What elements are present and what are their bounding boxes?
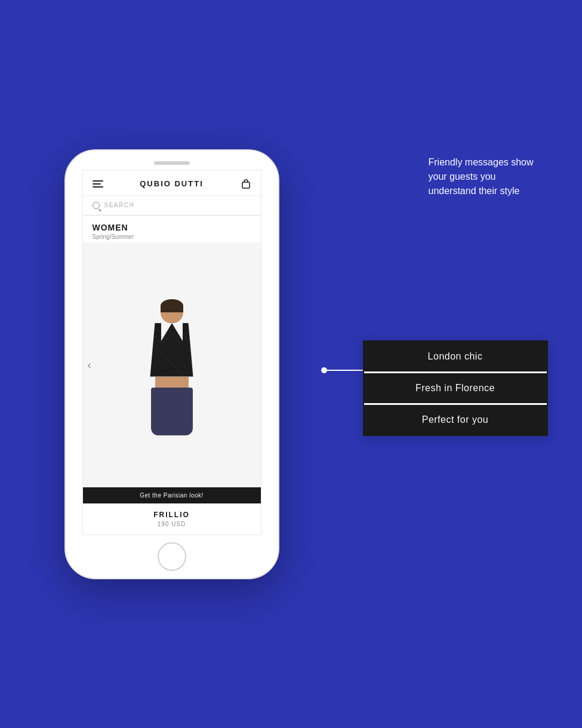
svg-rect-0: [242, 182, 250, 188]
popup-option-london[interactable]: London chic: [364, 342, 547, 373]
product-info: FRILLIO 190 USD: [83, 503, 261, 535]
popup-card: London chic Fresh in Florence Perfect fo…: [363, 340, 548, 436]
product-price: 190 USD: [90, 521, 254, 527]
popup-option-perfect[interactable]: Perfect for you: [364, 405, 547, 435]
connector: [321, 367, 363, 373]
phone-device: QUBIO DUTTI SEARCH WOMEN Spring/Summer ‹: [64, 149, 279, 579]
product-image: [130, 299, 214, 437]
nav-prev-button[interactable]: ‹: [88, 358, 91, 371]
category-header: WOMEN Spring/Summer: [83, 216, 261, 242]
scene: Friendly messages show your guests you u…: [35, 66, 548, 663]
category-season: Spring/Summer: [93, 234, 251, 240]
hamburger-icon[interactable]: [93, 180, 103, 188]
category-title: WOMEN: [93, 223, 251, 232]
figure-top: [148, 323, 196, 377]
product-banner: Get the Parisian look!: [83, 487, 261, 503]
product-name: FRILLIO: [90, 511, 254, 519]
search-icon: [93, 202, 100, 209]
figure-hair: [161, 299, 183, 312]
figure-midriff: [155, 377, 189, 388]
annotation-label: Friendly messages show your guests you u…: [429, 157, 534, 196]
connector-line: [327, 370, 363, 371]
bag-icon[interactable]: [241, 179, 251, 189]
phone-home-button[interactable]: [158, 542, 186, 571]
app-logo: QUBIO DUTTI: [140, 179, 204, 188]
search-label: SEARCH: [104, 202, 135, 208]
connector-dot: [321, 367, 327, 373]
popup-option-florence[interactable]: Fresh in Florence: [364, 373, 547, 405]
figure-head: [161, 299, 183, 323]
app-header: QUBIO DUTTI: [83, 170, 261, 196]
product-area: ‹: [83, 242, 261, 487]
phone-speaker: [154, 161, 190, 165]
figure-pants: [151, 388, 193, 435]
annotation-text: Friendly messages show your guests you u…: [429, 155, 536, 198]
search-bar[interactable]: SEARCH: [83, 196, 261, 216]
phone-screen: QUBIO DUTTI SEARCH WOMEN Spring/Summer ‹: [82, 170, 261, 535]
